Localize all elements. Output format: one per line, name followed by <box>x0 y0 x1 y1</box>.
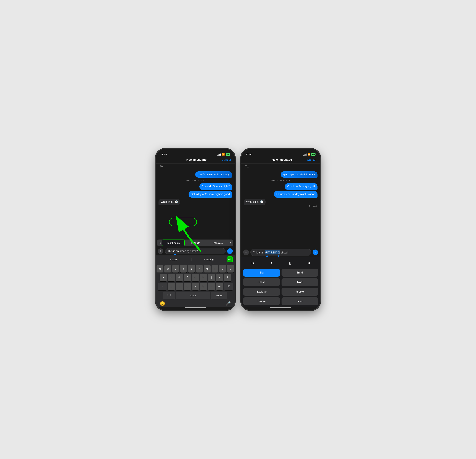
key-c[interactable]: c <box>184 283 191 290</box>
text-effects-button[interactable]: Text Effects <box>162 240 185 246</box>
message-2-1: specific person, which is handy. <box>244 171 317 178</box>
key-g[interactable]: g <box>192 274 199 281</box>
suggestions-row: mazing | a mazing | ≡A <box>156 255 235 263</box>
strikethrough-format-btn[interactable]: S <box>305 259 312 267</box>
battery-2: 100 <box>311 153 315 156</box>
input-bar: + This is an amazing show!!! ↑ <box>156 247 235 255</box>
effect-ripple-btn[interactable]: Ripple <box>281 288 318 296</box>
suggestion-2[interactable]: a mazing <box>192 257 225 261</box>
add-button-2[interactable]: + <box>243 250 249 255</box>
key-p[interactable]: p <box>227 265 234 273</box>
wifi-icon: 📶 <box>222 153 225 156</box>
next-arrow[interactable]: > <box>229 240 233 246</box>
key-r[interactable]: r <box>180 265 187 273</box>
key-u[interactable]: u <box>204 265 211 273</box>
suggestion-1[interactable]: mazing <box>158 257 190 261</box>
key-d[interactable]: d <box>176 274 183 281</box>
add-button[interactable]: + <box>158 248 163 254</box>
key-x[interactable]: x <box>176 283 183 290</box>
key-y[interactable]: y <box>196 265 203 273</box>
format-row: B I U S <box>243 259 318 269</box>
effect-big-btn[interactable]: Big <box>243 269 280 277</box>
effect-jitter-btn[interactable]: Jitter <box>281 297 318 305</box>
status-right-2: 📶 100 <box>303 153 315 156</box>
key-w[interactable]: w <box>164 265 171 273</box>
time-2: 17:04 <box>246 153 252 156</box>
to-field-2[interactable]: To: <box>241 164 320 170</box>
effect-shake-btn[interactable]: Shake <box>243 278 280 286</box>
key-delete[interactable]: ⌫ <box>224 283 233 290</box>
nav-title: New iMessage <box>186 158 206 162</box>
signal-bar-2-2 <box>304 154 305 156</box>
effect-bloom-btn[interactable]: Bloom <box>243 297 280 305</box>
cancel-button-2[interactable]: Cancel <box>307 158 316 162</box>
key-j[interactable]: j <box>208 274 215 281</box>
signal-bars-2 <box>303 153 306 156</box>
key-123[interactable]: 123 <box>163 292 175 299</box>
key-i[interactable]: i <box>212 265 219 273</box>
signal-bar-3 <box>220 154 220 156</box>
signal-bar-4 <box>221 153 221 156</box>
cancel-button[interactable]: Cancel <box>221 158 231 162</box>
italic-format-btn[interactable]: I <box>268 259 275 267</box>
input-bar-2: + This is an amazing show!!! ↑ <box>241 247 320 257</box>
home-indicator <box>185 308 206 308</box>
to-label-2: To: <box>245 165 249 168</box>
key-shift[interactable]: ⇧ <box>158 283 167 290</box>
keyboard-rows: q w e r t y u i o p a s d f g h <box>157 264 234 300</box>
home-indicator-2 <box>270 308 291 308</box>
key-return[interactable]: return <box>211 292 227 299</box>
notch-2 <box>270 149 291 155</box>
battery: 100 <box>226 153 230 156</box>
message-4: What time? 🕐 <box>159 199 232 205</box>
effect-nod-btn[interactable]: Nod <box>281 278 318 286</box>
key-t[interactable]: t <box>188 265 195 273</box>
key-h[interactable]: h <box>200 274 207 281</box>
message-input-2[interactable]: This is an amazing show!!! <box>250 249 311 256</box>
nav-bar-2: New iMessage Cancel <box>241 157 320 164</box>
message-input[interactable]: This is an amazing show!!! <box>165 248 226 254</box>
key-q[interactable]: q <box>157 265 163 273</box>
send-button-2[interactable]: ↑ <box>313 250 318 255</box>
messages-area-2: specific person, which is handy. Wed, 31… <box>241 170 320 247</box>
prev-arrow[interactable]: < <box>158 240 162 246</box>
key-f[interactable]: f <box>184 274 191 281</box>
key-z[interactable]: z <box>168 283 175 290</box>
key-row-3: ⇧ z x c v b n m ⌫ <box>157 283 234 290</box>
key-s[interactable]: s <box>168 274 175 281</box>
effect-small-btn[interactable]: Small <box>281 269 318 277</box>
underline-format-btn[interactable]: U <box>287 259 294 267</box>
key-space[interactable]: space <box>176 292 210 299</box>
key-k[interactable]: k <box>216 274 223 281</box>
to-field[interactable]: To <box>156 164 235 170</box>
key-a[interactable]: a <box>160 274 167 281</box>
translate-button[interactable]: Translate <box>207 240 229 246</box>
mic-button[interactable]: 🎤 <box>226 301 231 306</box>
key-b[interactable]: b <box>200 283 207 290</box>
key-o[interactable]: o <box>219 265 226 273</box>
message-2: Could do Sunday night? <box>159 183 232 190</box>
timestamp: Wed, 31 Jan at 16:52 <box>159 179 232 182</box>
send-button[interactable]: ↑ <box>227 248 233 254</box>
effect-explode-btn[interactable]: Explode <box>243 288 280 296</box>
key-v[interactable]: v <box>192 283 199 290</box>
look-up-button[interactable]: Look Up <box>185 240 207 246</box>
emoji-button[interactable]: 😊 <box>160 301 165 306</box>
message-2-3: Saturday or Sunday night is good <box>244 191 317 198</box>
key-m[interactable]: m <box>216 283 223 290</box>
signal-bars <box>217 153 221 156</box>
key-row-1: q w e r t y u i o p <box>157 265 234 273</box>
selection-dot-right-2 <box>278 255 279 257</box>
key-n[interactable]: n <box>208 283 215 290</box>
message-2-4: What time? 🕐 Delivered <box>244 199 317 207</box>
message-2-2: Could do Sunday night? <box>244 183 317 190</box>
nav-title-2: New iMessage <box>272 158 292 162</box>
key-l[interactable]: l <box>224 274 231 281</box>
phone-1: 17:04 📶 100 New iMessage Cancel To <box>156 149 235 310</box>
signal-bar-2-3 <box>305 154 306 156</box>
text-format-icon[interactable]: ≡A <box>227 256 233 262</box>
messages-area: specific person, which is handy. Wed, 31… <box>156 170 235 239</box>
key-e[interactable]: e <box>172 265 179 273</box>
key-row-2: a s d f g h j k l <box>157 274 234 281</box>
bold-format-btn[interactable]: B <box>249 259 256 267</box>
